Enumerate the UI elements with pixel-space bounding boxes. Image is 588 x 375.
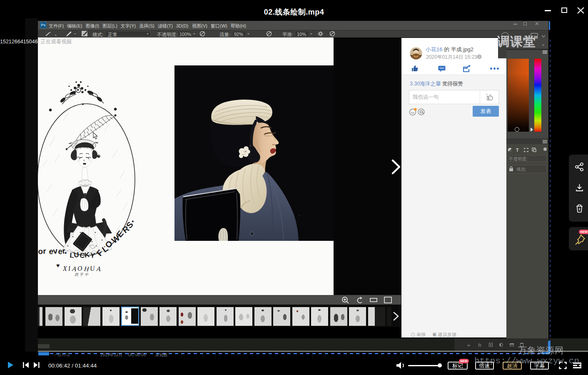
svg-text:♥: ♥ [56, 262, 60, 269]
svg-text:XIAOHUA: XIAOHUA [62, 265, 102, 273]
svg-text:西乎中: 西乎中 [75, 272, 90, 277]
svg-text:•: • [91, 251, 93, 258]
svg-text:For ever: For ever [38, 246, 66, 256]
svg-text:•: • [65, 249, 67, 256]
